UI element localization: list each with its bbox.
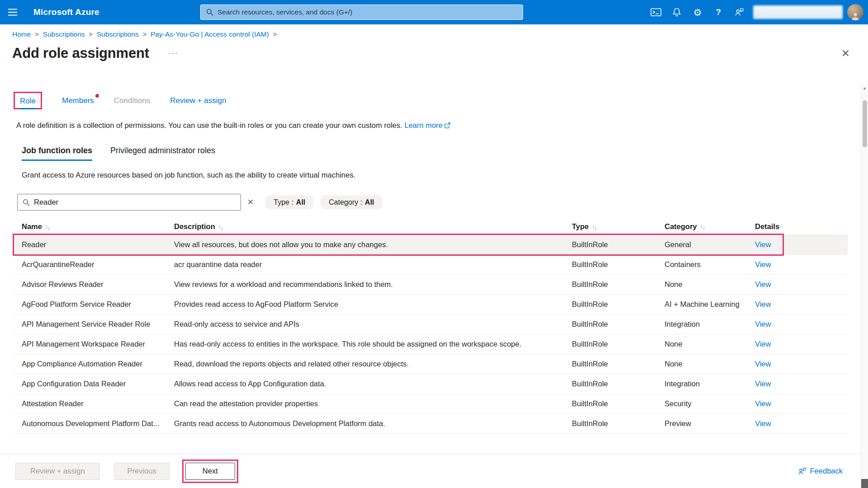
role-category: Preview — [665, 414, 755, 433]
clear-search-button[interactable]: ✕ — [247, 197, 254, 207]
review-assign-button[interactable]: Review + assign — [15, 463, 100, 480]
footer-action-bar: Review + assign Previous Next Feedback — [0, 454, 868, 488]
role-details-cell: View — [755, 295, 848, 314]
vertical-scrollbar[interactable]: ▲ — [861, 84, 868, 488]
view-details-link[interactable]: View — [755, 340, 771, 348]
role-category: None — [665, 334, 755, 354]
role-details-cell: View — [755, 374, 848, 394]
role-definition-description: A role definition is a collection of per… — [16, 121, 868, 130]
annotation-next-button: Next — [182, 460, 238, 483]
help-button[interactable]: ? — [708, 0, 729, 24]
feedback-icon — [797, 467, 807, 476]
notifications-button[interactable] — [666, 0, 687, 24]
scroll-up-icon[interactable]: ▲ — [861, 84, 868, 90]
next-button[interactable]: Next — [185, 463, 235, 480]
view-details-link[interactable]: View — [755, 360, 771, 368]
global-search-input[interactable] — [217, 8, 517, 16]
role-type: BuiltInRole — [572, 314, 665, 334]
cloud-shell-icon — [651, 8, 661, 16]
scrollbar-bottom-segment[interactable] — [861, 479, 868, 488]
search-icon — [23, 199, 30, 206]
tab-members[interactable]: Members — [62, 96, 94, 105]
hamburger-menu-button[interactable] — [0, 0, 25, 24]
role-category: None — [665, 354, 755, 374]
role-description: Read-only access to service and APIs — [174, 314, 572, 334]
intro-text: A role definition is a collection of per… — [16, 121, 402, 129]
column-header-category[interactable]: Category ↑↓ — [665, 222, 755, 231]
portal-brand[interactable]: Microsoft Azure — [33, 7, 99, 17]
breadcrumb-subscriptions-1[interactable]: Subscriptions — [43, 30, 85, 38]
column-header-name[interactable]: Name ↑↓ — [14, 222, 174, 231]
top-bar: Microsoft Azure ⚙ ? — [0, 0, 868, 24]
learn-more-link[interactable]: Learn more — [404, 121, 450, 129]
tab-review-assign[interactable]: Review + assign — [170, 96, 226, 105]
view-details-link[interactable]: View — [755, 260, 771, 269]
subtab-privileged-administrator-roles[interactable]: Privileged administrator roles — [110, 146, 215, 161]
role-search-box[interactable] — [17, 194, 241, 211]
table-row[interactable]: ReaderView all resources, but does not a… — [14, 235, 848, 255]
role-type: BuiltInRole — [572, 394, 665, 413]
table-row[interactable]: AgFood Platform Service ReaderProvides r… — [14, 295, 848, 314]
scrollbar-thumb[interactable] — [863, 100, 867, 147]
breadcrumb-pay-as-you-go-iam[interactable]: Pay-As-You-Go | Access control (IAM) — [151, 30, 269, 38]
feedback-button[interactable] — [729, 0, 750, 24]
role-name: AcrQuarantineReader — [14, 255, 174, 274]
role-category: None — [665, 275, 755, 294]
global-search-box[interactable] — [200, 5, 523, 20]
role-type-subtabs: Job function roles Privileged administra… — [22, 146, 868, 161]
table-row[interactable]: App Configuration Data ReaderAllows read… — [14, 374, 848, 394]
view-details-link[interactable]: View — [755, 380, 771, 388]
breadcrumb-home[interactable]: Home — [12, 30, 31, 38]
close-button[interactable]: ✕ — [841, 48, 850, 59]
annotation-role-tab: Role — [14, 92, 42, 109]
table-row[interactable]: API Management Workspace ReaderHas read-… — [14, 334, 848, 354]
external-link-icon — [444, 122, 450, 128]
role-description: acr quarantine data reader — [174, 255, 572, 274]
cloud-shell-button[interactable] — [646, 0, 666, 24]
role-description: Can read the attestation provider proper… — [174, 394, 572, 413]
table-row[interactable]: AcrQuarantineReaderacr quarantine data r… — [14, 255, 848, 275]
avatar-person-icon — [850, 11, 860, 20]
sort-icon: ↑↓ — [45, 224, 51, 230]
category-filter-pill[interactable]: Category : All — [321, 195, 382, 209]
role-details-cell: View — [755, 354, 848, 374]
role-category: Integration — [665, 374, 755, 394]
column-header-description[interactable]: Description ↑↓ — [174, 222, 572, 231]
search-icon — [206, 9, 213, 16]
role-description: Grants read access to Autonomous Develop… — [174, 414, 572, 433]
previous-button[interactable]: Previous — [114, 463, 170, 480]
breadcrumb-separator: > — [143, 31, 146, 38]
category-filter-value: All — [365, 198, 374, 206]
subtab-job-function-roles[interactable]: Job function roles — [22, 146, 92, 161]
table-row[interactable]: Autonomous Development Platform Dat...Gr… — [14, 414, 848, 434]
table-row[interactable]: Attestation ReaderCan read the attestati… — [14, 394, 848, 414]
view-details-link[interactable]: View — [755, 240, 771, 249]
table-row[interactable]: API Management Service Reader RoleRead-o… — [14, 314, 848, 334]
role-description: Provides read access to AgFood Platform … — [174, 295, 572, 314]
role-category: Security — [665, 394, 755, 413]
view-details-link[interactable]: View — [755, 419, 771, 428]
role-category: AI + Machine Learning — [665, 295, 755, 314]
table-header-row: Name ↑↓ Description ↑↓ Type ↑↓ Category … — [14, 219, 848, 235]
sort-icon: ↑↓ — [218, 224, 224, 230]
type-filter-pill[interactable]: Type : All — [265, 195, 313, 209]
view-details-link[interactable]: View — [755, 320, 771, 328]
view-details-link[interactable]: View — [755, 280, 771, 289]
column-header-type[interactable]: Type ↑↓ — [572, 222, 665, 231]
role-type: BuiltInRole — [572, 255, 665, 274]
table-row[interactable]: Advisor Reviews ReaderView reviews for a… — [14, 275, 848, 295]
tab-role[interactable]: Role — [20, 97, 36, 109]
role-name: App Configuration Data Reader — [14, 374, 174, 394]
view-details-link[interactable]: View — [755, 399, 771, 408]
title-row: Add role assignment ··· ✕ — [12, 44, 850, 63]
settings-button[interactable]: ⚙ — [687, 0, 708, 24]
breadcrumb-subscriptions-2[interactable]: Subscriptions — [97, 30, 139, 38]
avatar[interactable] — [847, 4, 863, 20]
view-details-link[interactable]: View — [755, 300, 771, 309]
table-row[interactable]: App Compliance Automation ReaderRead, do… — [14, 354, 848, 374]
role-details-cell: View — [755, 394, 848, 413]
feedback-link[interactable]: Feedback — [797, 467, 843, 476]
role-details-cell: View — [755, 275, 848, 294]
more-options-button[interactable]: ··· — [168, 49, 179, 58]
role-search-input[interactable] — [34, 198, 236, 206]
